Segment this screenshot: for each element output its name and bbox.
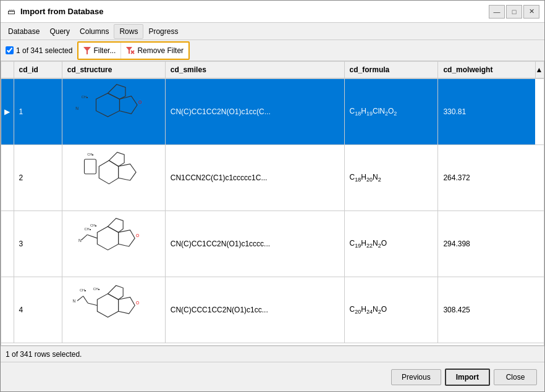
row-indicator xyxy=(1,145,14,211)
col-cd-molweight[interactable]: cd_molweight xyxy=(438,62,535,78)
cell-smiles: CN(C)CC1CC2N(O1)c1cccc... xyxy=(165,211,344,277)
cell-formula: C19H22N2O xyxy=(344,211,438,277)
svg-text:O: O xyxy=(136,301,139,305)
filter-icon xyxy=(83,47,91,54)
svg-text:O: O xyxy=(138,100,142,104)
svg-text:CH₃: CH₃ xyxy=(87,152,94,156)
cell-structure: CH₃ xyxy=(62,145,165,211)
col-indicator xyxy=(1,62,14,78)
table-header-row: cd_id cd_structure cd_smiles cd_formula … xyxy=(1,62,544,78)
filter-button[interactable]: Filter... xyxy=(78,43,121,59)
svg-marker-14 xyxy=(109,152,124,167)
col-cd-formula[interactable]: cd_formula xyxy=(344,62,438,78)
row-indicator: ▶ xyxy=(1,78,14,145)
svg-marker-12 xyxy=(99,161,118,184)
svg-text:CH₃: CH₃ xyxy=(90,223,97,227)
menu-query[interactable]: Query xyxy=(44,25,75,38)
table-row[interactable]: 4 N CH₃ CH₃ xyxy=(1,277,544,343)
title-bar: 🗃 Import from Database — □ ✕ xyxy=(1,1,544,23)
status-text: 1 of 341 rows selected. xyxy=(6,350,82,359)
svg-text:CH₃: CH₃ xyxy=(80,288,87,292)
cell-molweight: 264.372 xyxy=(438,145,535,211)
col-cd-structure[interactable]: cd_structure xyxy=(62,62,165,78)
svg-text:CH₃: CH₃ xyxy=(84,227,91,231)
svg-text:N: N xyxy=(72,299,75,303)
cell-molweight: 294.398 xyxy=(438,211,535,277)
cell-molweight: 308.425 xyxy=(438,277,535,343)
svg-marker-21 xyxy=(108,219,123,233)
svg-text:CH₃: CH₃ xyxy=(93,287,100,291)
data-table-container[interactable]: cd_id cd_structure cd_smiles cd_formula … xyxy=(1,61,544,346)
col-cd-smiles[interactable]: cd_smiles xyxy=(165,62,344,78)
cell-structure: N CH₃ O xyxy=(62,78,165,145)
status-bar: 1 of 341 rows selected. xyxy=(1,346,544,362)
row-indicator xyxy=(1,277,14,343)
minimize-button[interactable]: — xyxy=(489,5,505,19)
previous-button[interactable]: Previous xyxy=(391,369,441,385)
svg-text:N: N xyxy=(75,106,78,111)
filter-btn-group: Filter... Remove Filter xyxy=(77,41,190,60)
menu-database[interactable]: Database xyxy=(3,25,44,38)
data-table: cd_id cd_structure cd_smiles cd_formula … xyxy=(1,62,544,343)
selection-label: 1 of 341 selected xyxy=(6,46,72,55)
menu-columns[interactable]: Columns xyxy=(75,25,114,38)
table-row[interactable]: 2 CH₃ xyxy=(1,145,544,211)
close-window-button[interactable]: ✕ xyxy=(523,5,539,19)
select-all-checkbox[interactable] xyxy=(6,46,14,54)
cell-smiles: CN(C)CCC1CC2N(O1)c1cc... xyxy=(165,277,344,343)
cell-id: 1 xyxy=(14,78,62,145)
menu-bar: Database Query Columns Rows Progress xyxy=(1,23,544,40)
svg-marker-20 xyxy=(118,230,135,247)
svg-line-22 xyxy=(87,235,97,238)
import-button[interactable]: Import xyxy=(445,369,490,386)
table-row[interactable]: 3 N CH₃ CH₃ xyxy=(1,211,544,277)
svg-line-23 xyxy=(82,235,88,240)
window-title: Import from Database xyxy=(20,7,489,16)
toolbar: 1 of 341 selected Filter... Remove Filte… xyxy=(1,40,544,61)
svg-text:O: O xyxy=(136,233,139,238)
cell-formula: C20H24N2O xyxy=(344,277,438,343)
svg-marker-6 xyxy=(108,85,125,99)
menu-progress[interactable]: Progress xyxy=(143,25,183,38)
svg-line-33 xyxy=(77,296,83,301)
window-controls: — □ ✕ xyxy=(489,5,539,19)
svg-marker-30 xyxy=(108,286,123,300)
cell-id: 3 xyxy=(14,211,62,277)
col-cd-id[interactable]: cd_id xyxy=(14,62,62,78)
cell-molweight: 330.81 xyxy=(438,78,535,145)
cell-id: 4 xyxy=(14,277,62,343)
cell-smiles: CN(C)CC1CC2N(O1)c1cc(C... xyxy=(165,78,344,145)
svg-marker-29 xyxy=(118,298,135,314)
table-row[interactable]: ▶ 1 xyxy=(1,78,544,145)
remove-filter-button[interactable]: Remove Filter xyxy=(121,43,188,59)
svg-rect-15 xyxy=(84,159,96,174)
svg-text:CH₃: CH₃ xyxy=(82,95,88,99)
svg-marker-0 xyxy=(83,47,91,54)
cell-structure: N CH₃ CH₃ O xyxy=(62,211,165,277)
selection-count: 1 of 341 selected xyxy=(16,46,72,55)
svg-marker-19 xyxy=(97,227,118,250)
cell-formula: C18H20N2 xyxy=(344,145,438,211)
close-button[interactable]: Close xyxy=(494,369,537,385)
cell-structure: N CH₃ CH₃ O xyxy=(62,277,165,343)
scroll-top: ▲ xyxy=(535,62,544,78)
footer-bar: Previous Import Close xyxy=(1,362,544,391)
app-icon: 🗃 xyxy=(6,6,17,17)
svg-line-32 xyxy=(83,296,88,303)
cell-formula: C18H19ClN2O2 xyxy=(344,78,438,145)
cell-smiles: CN1CCN2C(C1)c1ccccc1C... xyxy=(165,145,344,211)
row-indicator xyxy=(1,211,14,277)
svg-marker-5 xyxy=(119,96,137,114)
cell-id: 2 xyxy=(14,145,62,211)
menu-rows[interactable]: Rows xyxy=(114,24,143,39)
svg-marker-28 xyxy=(97,294,118,317)
main-window: 🗃 Import from Database — □ ✕ Database Qu… xyxy=(0,0,545,392)
svg-line-31 xyxy=(88,303,97,306)
svg-marker-13 xyxy=(118,164,136,181)
remove-filter-icon xyxy=(126,47,135,54)
svg-text:N: N xyxy=(78,238,82,243)
maximize-button[interactable]: □ xyxy=(506,5,522,19)
svg-marker-4 xyxy=(96,93,119,117)
